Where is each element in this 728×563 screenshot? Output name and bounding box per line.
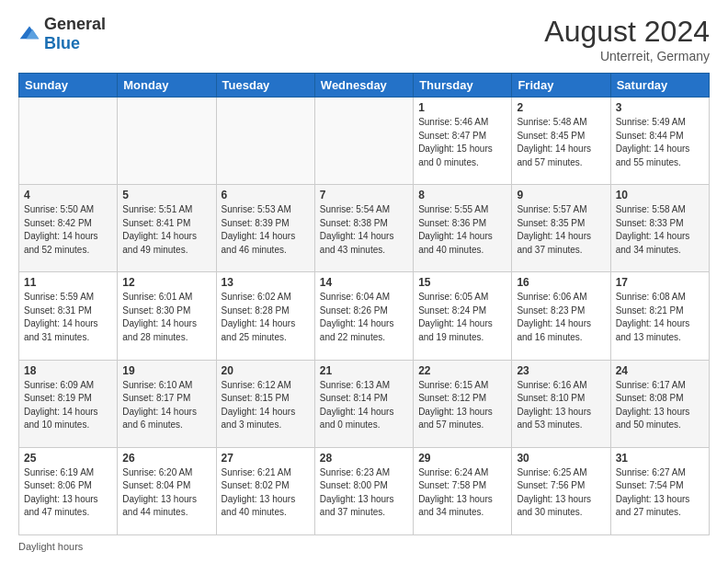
col-tuesday: Tuesday (216, 74, 314, 98)
day-info: Sunrise: 5:57 AM Sunset: 8:35 PM Dayligh… (517, 203, 605, 257)
table-row: 10Sunrise: 5:58 AM Sunset: 8:33 PM Dayli… (610, 185, 709, 272)
logo: General Blue (18, 15, 106, 53)
day-number: 30 (517, 452, 605, 465)
table-row: 24Sunrise: 6:17 AM Sunset: 8:08 PM Dayli… (610, 360, 709, 447)
day-number: 2 (517, 101, 605, 114)
calendar-week-4: 18Sunrise: 6:09 AM Sunset: 8:19 PM Dayli… (19, 360, 710, 447)
calendar-week-3: 11Sunrise: 5:59 AM Sunset: 8:31 PM Dayli… (19, 272, 710, 360)
day-number: 6 (222, 189, 310, 201)
day-number: 27 (222, 452, 310, 465)
table-row: 18Sunrise: 6:09 AM Sunset: 8:19 PM Dayli… (19, 360, 118, 447)
day-number: 9 (517, 189, 605, 201)
table-row: 5Sunrise: 5:51 AM Sunset: 8:41 PM Daylig… (118, 185, 216, 272)
day-info: Sunrise: 6:01 AM Sunset: 8:30 PM Dayligh… (122, 291, 210, 344)
col-friday: Friday (512, 74, 610, 98)
table-row: 6Sunrise: 5:53 AM Sunset: 8:39 PM Daylig… (216, 185, 314, 272)
table-row: 25Sunrise: 6:19 AM Sunset: 8:06 PM Dayli… (19, 447, 118, 534)
table-row: 15Sunrise: 6:05 AM Sunset: 8:24 PM Dayli… (414, 272, 512, 360)
table-row: 26Sunrise: 6:20 AM Sunset: 8:04 PM Dayli… (118, 447, 216, 534)
table-row: 17Sunrise: 6:08 AM Sunset: 8:21 PM Dayli… (610, 272, 709, 360)
day-number: 23 (517, 364, 605, 377)
day-number: 5 (122, 189, 210, 201)
day-info: Sunrise: 6:05 AM Sunset: 8:24 PM Dayligh… (418, 291, 506, 344)
table-row: 2Sunrise: 5:48 AM Sunset: 8:45 PM Daylig… (512, 98, 610, 185)
day-number: 17 (616, 276, 704, 289)
day-info: Sunrise: 6:24 AM Sunset: 7:58 PM Dayligh… (418, 466, 506, 520)
day-info: Sunrise: 5:54 AM Sunset: 8:38 PM Dayligh… (320, 203, 408, 257)
col-monday: Monday (118, 74, 216, 98)
logo-blue: Blue (44, 34, 80, 52)
day-info: Sunrise: 6:17 AM Sunset: 8:08 PM Dayligh… (616, 379, 704, 432)
month-year: August 2024 (544, 15, 710, 49)
col-thursday: Thursday (414, 74, 512, 98)
table-row: 1Sunrise: 5:46 AM Sunset: 8:47 PM Daylig… (414, 98, 512, 185)
table-row: 28Sunrise: 6:23 AM Sunset: 8:00 PM Dayli… (314, 447, 413, 534)
logo-text: General Blue (44, 15, 106, 53)
day-info: Sunrise: 6:23 AM Sunset: 8:00 PM Dayligh… (320, 466, 408, 520)
table-row (314, 98, 413, 185)
day-info: Sunrise: 6:27 AM Sunset: 7:54 PM Dayligh… (616, 466, 704, 520)
day-number: 16 (517, 276, 605, 289)
day-info: Sunrise: 5:58 AM Sunset: 8:33 PM Dayligh… (616, 203, 704, 257)
table-row: 23Sunrise: 6:16 AM Sunset: 8:10 PM Dayli… (512, 360, 610, 447)
day-number: 10 (616, 189, 704, 201)
header: General Blue August 2024 Unterreit, Germ… (18, 15, 710, 63)
day-info: Sunrise: 5:48 AM Sunset: 8:45 PM Dayligh… (517, 116, 605, 169)
table-row: 31Sunrise: 6:27 AM Sunset: 7:54 PM Dayli… (610, 447, 709, 534)
day-number: 25 (24, 452, 112, 465)
footer-text: Daylight hours (18, 541, 83, 552)
day-number: 15 (418, 276, 506, 289)
day-info: Sunrise: 5:46 AM Sunset: 8:47 PM Dayligh… (418, 116, 506, 169)
day-info: Sunrise: 6:13 AM Sunset: 8:14 PM Dayligh… (320, 379, 408, 432)
day-info: Sunrise: 5:49 AM Sunset: 8:44 PM Dayligh… (616, 116, 704, 169)
day-number: 28 (320, 452, 408, 465)
day-number: 21 (320, 364, 408, 377)
col-saturday: Saturday (610, 74, 709, 98)
logo-icon (18, 23, 40, 45)
table-row: 20Sunrise: 6:12 AM Sunset: 8:15 PM Dayli… (216, 360, 314, 447)
day-number: 8 (418, 189, 506, 201)
day-number: 7 (320, 189, 408, 201)
day-info: Sunrise: 6:15 AM Sunset: 8:12 PM Dayligh… (418, 379, 506, 432)
day-number: 1 (418, 101, 506, 114)
day-number: 14 (320, 276, 408, 289)
day-number: 22 (418, 364, 506, 377)
day-info: Sunrise: 6:20 AM Sunset: 8:04 PM Dayligh… (122, 466, 210, 520)
calendar-table: Sunday Monday Tuesday Wednesday Thursday… (18, 73, 710, 535)
calendar-week-1: 1Sunrise: 5:46 AM Sunset: 8:47 PM Daylig… (19, 98, 710, 185)
title-block: August 2024 Unterreit, Germany (544, 15, 710, 63)
table-row: 14Sunrise: 6:04 AM Sunset: 8:26 PM Dayli… (314, 272, 413, 360)
location: Unterreit, Germany (544, 49, 710, 63)
page: General Blue August 2024 Unterreit, Germ… (0, 0, 728, 563)
table-row: 21Sunrise: 6:13 AM Sunset: 8:14 PM Dayli… (314, 360, 413, 447)
day-number: 20 (222, 364, 310, 377)
col-sunday: Sunday (19, 74, 118, 98)
day-info: Sunrise: 5:53 AM Sunset: 8:39 PM Dayligh… (222, 203, 310, 257)
calendar-header-row: Sunday Monday Tuesday Wednesday Thursday… (19, 74, 710, 98)
day-info: Sunrise: 5:51 AM Sunset: 8:41 PM Dayligh… (122, 203, 210, 257)
footer: Daylight hours (18, 541, 710, 552)
day-info: Sunrise: 5:55 AM Sunset: 8:36 PM Dayligh… (418, 203, 506, 257)
day-number: 19 (122, 364, 210, 377)
table-row: 16Sunrise: 6:06 AM Sunset: 8:23 PM Dayli… (512, 272, 610, 360)
day-info: Sunrise: 6:16 AM Sunset: 8:10 PM Dayligh… (517, 379, 605, 432)
day-info: Sunrise: 6:12 AM Sunset: 8:15 PM Dayligh… (222, 379, 310, 432)
table-row: 12Sunrise: 6:01 AM Sunset: 8:30 PM Dayli… (118, 272, 216, 360)
day-number: 18 (24, 364, 112, 377)
day-number: 12 (122, 276, 210, 289)
table-row: 27Sunrise: 6:21 AM Sunset: 8:02 PM Dayli… (216, 447, 314, 534)
day-info: Sunrise: 5:59 AM Sunset: 8:31 PM Dayligh… (24, 291, 112, 344)
day-number: 29 (418, 452, 506, 465)
day-info: Sunrise: 6:25 AM Sunset: 7:56 PM Dayligh… (517, 466, 605, 520)
day-info: Sunrise: 6:10 AM Sunset: 8:17 PM Dayligh… (122, 379, 210, 432)
day-number: 31 (616, 452, 704, 465)
table-row: 30Sunrise: 6:25 AM Sunset: 7:56 PM Dayli… (512, 447, 610, 534)
table-row (118, 98, 216, 185)
table-row: 7Sunrise: 5:54 AM Sunset: 8:38 PM Daylig… (314, 185, 413, 272)
calendar-week-5: 25Sunrise: 6:19 AM Sunset: 8:06 PM Dayli… (19, 447, 710, 534)
day-info: Sunrise: 6:09 AM Sunset: 8:19 PM Dayligh… (24, 379, 112, 432)
day-number: 13 (222, 276, 310, 289)
logo-general: General (44, 15, 106, 33)
day-number: 24 (616, 364, 704, 377)
day-number: 11 (24, 276, 112, 289)
